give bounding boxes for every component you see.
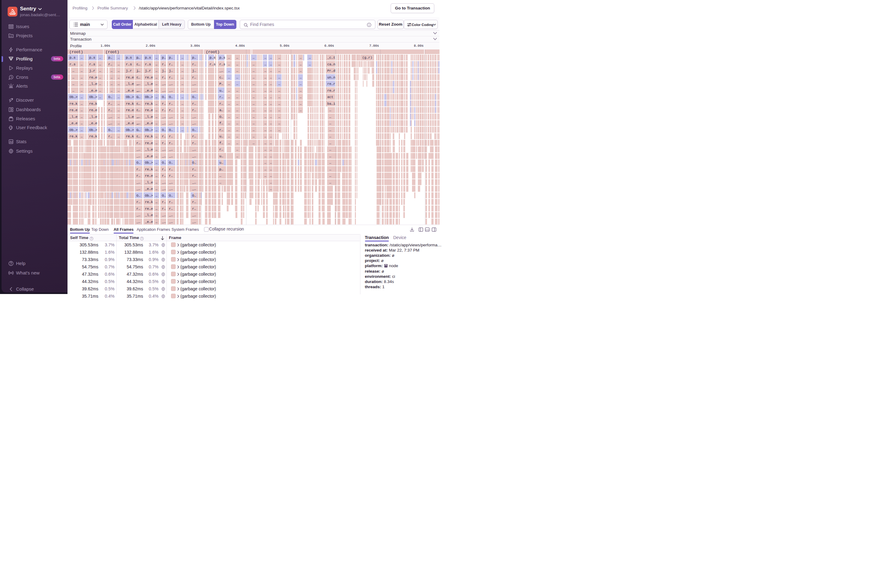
svg-text:…: … — [155, 213, 158, 217]
svg-text:re…k: re…k — [145, 135, 153, 138]
svg-text:…: … — [264, 75, 266, 79]
svg-text:…: … — [270, 174, 272, 178]
svg-text:…: … — [155, 161, 158, 165]
svg-text:O…: O… — [136, 95, 140, 99]
svg-text:r…: r… — [162, 75, 166, 79]
svg-text:_l…e: _l…e — [126, 115, 134, 118]
svg-text:…: … — [117, 75, 120, 79]
svg-text:_…: _… — [108, 115, 112, 118]
svg-text:…: … — [228, 56, 230, 60]
svg-text:r…: r… — [169, 108, 173, 112]
svg-text:p…: p… — [162, 56, 166, 60]
svg-text:…: … — [278, 102, 280, 105]
svg-text:_…: _… — [192, 122, 196, 125]
svg-text:…: … — [329, 115, 331, 118]
svg-text:O…: O… — [162, 194, 166, 197]
svg-text:…: … — [264, 148, 266, 152]
svg-text:…: … — [252, 56, 255, 60]
svg-text:…: … — [182, 56, 183, 60]
svg-text:O…: O… — [108, 128, 112, 132]
svg-text:…: … — [117, 88, 120, 92]
svg-text:_…: _… — [162, 180, 166, 184]
svg-text:…: … — [155, 200, 158, 204]
svg-text:p…s: p…s — [69, 56, 75, 60]
svg-text:…: … — [264, 95, 266, 99]
svg-text:r…: r… — [192, 174, 196, 178]
svg-text:…: … — [155, 102, 158, 105]
svg-text:r…: r… — [219, 128, 223, 132]
svg-text:…: … — [236, 95, 238, 99]
svg-text:…: … — [264, 102, 266, 105]
svg-text:…: … — [117, 115, 120, 118]
svg-text:r…: r… — [136, 141, 140, 145]
svg-text:_…: _… — [136, 115, 140, 118]
svg-text:…: … — [329, 174, 331, 178]
svg-text:O…: O… — [192, 128, 196, 132]
svg-text:…: … — [155, 141, 158, 145]
svg-text:(root): (root) — [206, 50, 219, 54]
svg-text:…: … — [155, 122, 158, 125]
svg-text:r…: r… — [136, 75, 140, 79]
svg-text:p…s: p…s — [219, 56, 225, 60]
svg-text:re…e: re…e — [69, 108, 77, 112]
svg-text:r…: r… — [108, 108, 112, 112]
svg-text:_…: _… — [192, 213, 196, 217]
svg-text:…: … — [300, 108, 302, 112]
svg-text:…: … — [264, 56, 266, 60]
svg-text:…: … — [309, 62, 311, 66]
svg-text:r…s: r…s — [69, 62, 75, 66]
svg-text:re…e: re…e — [145, 141, 153, 145]
svg-text:…: … — [81, 82, 83, 86]
svg-text:O…: O… — [219, 115, 223, 118]
svg-text:r…: r… — [162, 167, 166, 171]
svg-text:…: … — [252, 95, 255, 99]
svg-text:…: … — [270, 82, 272, 86]
svg-text:_e…e: _e…e — [69, 122, 77, 125]
svg-text:O…: O… — [136, 128, 140, 132]
svg-text:_…: _… — [168, 187, 173, 191]
svg-text:j…: j… — [169, 69, 173, 73]
svg-text:…: … — [155, 82, 158, 86]
svg-text:…: … — [117, 102, 120, 105]
svg-text:_…: _… — [192, 180, 196, 184]
svg-text:r…: r… — [136, 174, 140, 178]
svg-text:r…: r… — [169, 167, 173, 171]
svg-text:Ob…>: Ob…> — [69, 95, 77, 99]
svg-text:r…: r… — [162, 62, 166, 66]
svg-text:_e…e: _e…e — [144, 220, 153, 224]
svg-text:…: … — [252, 115, 255, 118]
svg-text:_…: _… — [136, 213, 140, 217]
svg-text:…: … — [81, 69, 83, 73]
svg-text:_…: _… — [162, 122, 166, 125]
svg-text:…: … — [270, 102, 272, 105]
svg-text:_…: _… — [136, 122, 140, 125]
svg-text:…: … — [278, 82, 280, 86]
svg-text:…: … — [155, 154, 158, 158]
svg-text:…: … — [99, 82, 101, 86]
svg-text:…: … — [264, 82, 266, 86]
svg-text:…: … — [155, 180, 158, 184]
svg-text:…: … — [182, 115, 183, 118]
svg-text:_…: _… — [168, 154, 173, 158]
svg-text:j…r: j…r — [145, 69, 151, 73]
svg-text:…: … — [228, 88, 230, 92]
svg-text:_e…e: _e…e — [126, 122, 134, 125]
svg-text:…: … — [155, 62, 158, 66]
svg-text:…: … — [228, 75, 230, 79]
svg-text:_l…e: _l…e — [89, 82, 97, 86]
svg-text:r…: r… — [219, 148, 223, 152]
svg-text:…: … — [182, 128, 183, 132]
svg-text:re…k: re…k — [89, 135, 98, 138]
svg-text:…: … — [182, 108, 183, 112]
svg-text:…: … — [117, 128, 120, 132]
svg-text:_e…e: _e…e — [144, 88, 153, 92]
svg-text:r…: r… — [169, 62, 173, 66]
svg-text:r…s: r…s — [126, 62, 132, 66]
svg-text:_…: _… — [108, 122, 112, 125]
svg-text:r…: r… — [162, 108, 166, 112]
svg-text:…: … — [278, 95, 280, 99]
svg-text:_…: _… — [136, 148, 140, 152]
svg-text:ba…1: ba…1 — [327, 102, 335, 105]
svg-text:…: … — [236, 75, 238, 79]
svg-text:_l…e: _l…e — [144, 148, 153, 152]
